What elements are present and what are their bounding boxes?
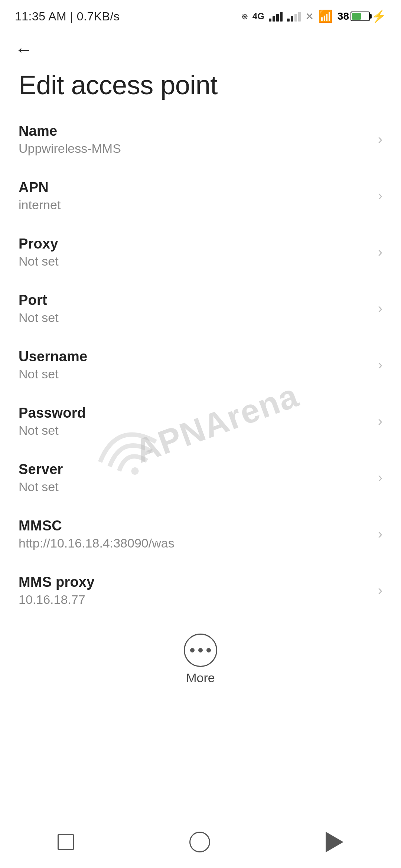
settings-item-name[interactable]: Name Uppwireless-MMS › xyxy=(0,111,401,168)
dot-3 xyxy=(206,648,211,652)
settings-item-server-label: Server xyxy=(19,461,371,477)
chevron-icon: › xyxy=(378,470,382,486)
nav-back-icon xyxy=(326,832,343,852)
settings-item-server-value: Not set xyxy=(19,480,371,494)
settings-item-mms-proxy[interactable]: MMS proxy 10.16.18.77 › xyxy=(0,562,401,619)
chevron-icon: › xyxy=(378,244,382,260)
settings-item-port-label: Port xyxy=(19,292,371,308)
dot-2 xyxy=(198,648,203,652)
settings-item-server-content: Server Not set xyxy=(19,461,371,494)
charging-icon: ⚡ xyxy=(371,9,386,23)
more-label: More xyxy=(186,671,215,685)
nav-back-button[interactable] xyxy=(326,832,343,852)
page-title: Edit access point xyxy=(0,62,401,111)
settings-item-name-value: Uppwireless-MMS xyxy=(19,141,371,156)
settings-item-mms-proxy-content: MMS proxy 10.16.18.77 xyxy=(19,574,371,607)
chevron-icon: › xyxy=(378,526,382,542)
settings-item-mms-proxy-label: MMS proxy xyxy=(19,574,371,590)
more-dots xyxy=(190,648,211,652)
settings-item-proxy-value: Not set xyxy=(19,254,371,269)
settings-item-password[interactable]: Password Not set › xyxy=(0,393,401,450)
back-arrow-icon: ← xyxy=(15,41,33,59)
settings-item-apn[interactable]: APN internet › xyxy=(0,168,401,224)
settings-item-username-content: Username Not set xyxy=(19,349,371,381)
bar2 xyxy=(291,16,293,22)
bar1 xyxy=(269,19,271,22)
settings-item-username-value: Not set xyxy=(19,367,371,381)
settings-item-username[interactable]: Username Not set › xyxy=(0,337,401,393)
settings-item-proxy[interactable]: Proxy Not set › xyxy=(0,224,401,280)
battery-percent: 38 xyxy=(338,10,349,22)
settings-item-port[interactable]: Port Not set › xyxy=(0,280,401,337)
more-button[interactable]: More xyxy=(184,634,217,685)
settings-item-mms-proxy-value: 10.16.18.77 xyxy=(19,592,371,607)
settings-item-apn-value: internet xyxy=(19,198,371,212)
back-button[interactable]: ← xyxy=(15,41,33,59)
more-circle xyxy=(184,634,217,667)
battery-fill xyxy=(352,13,361,20)
settings-item-mmsc-content: MMSC http://10.16.18.4:38090/was xyxy=(19,518,371,550)
nav-recent-button[interactable] xyxy=(58,834,74,850)
settings-item-mmsc-value: http://10.16.18.4:38090/was xyxy=(19,536,371,550)
chevron-icon: › xyxy=(378,188,382,204)
settings-item-server[interactable]: Server Not set › xyxy=(0,450,401,506)
chevron-icon: › xyxy=(378,132,382,147)
settings-item-password-value: Not set xyxy=(19,423,371,438)
battery-indicator: 38 ⚡ xyxy=(338,9,386,23)
settings-item-port-value: Not set xyxy=(19,310,371,325)
chevron-icon: › xyxy=(378,583,382,598)
settings-item-mmsc[interactable]: MMSC http://10.16.18.4:38090/was › xyxy=(0,506,401,562)
wifi-icon: 📶 xyxy=(318,9,333,23)
settings-item-username-label: Username xyxy=(19,349,371,365)
status-bar: 11:35 AM | 0.7KB/s ⎈ 4G ✕ 📶 38 xyxy=(0,0,401,30)
settings-item-mmsc-label: MMSC xyxy=(19,518,371,534)
no-signal-icon: ✕ xyxy=(305,10,314,23)
settings-item-port-content: Port Not set xyxy=(19,292,371,325)
bar3 xyxy=(276,14,279,22)
signal-bars-1 xyxy=(269,11,283,22)
settings-item-password-label: Password xyxy=(19,405,371,421)
settings-item-name-label: Name xyxy=(19,123,371,139)
signal-bars-2 xyxy=(287,11,301,22)
battery-box xyxy=(351,11,370,21)
nav-home-icon xyxy=(189,832,210,852)
network-type-icon: 4G xyxy=(252,11,264,22)
settings-item-apn-label: APN xyxy=(19,180,371,195)
settings-item-proxy-content: Proxy Not set xyxy=(19,236,371,269)
bar1 xyxy=(287,19,290,22)
settings-item-proxy-label: Proxy xyxy=(19,236,371,252)
chevron-icon: › xyxy=(378,301,382,316)
settings-list: Name Uppwireless-MMS › APN internet › Pr… xyxy=(0,111,401,619)
nav-recent-icon xyxy=(58,834,74,850)
settings-item-name-content: Name Uppwireless-MMS xyxy=(19,123,371,156)
bar4 xyxy=(280,12,283,22)
bar2 xyxy=(273,16,275,22)
settings-item-password-content: Password Not set xyxy=(19,405,371,438)
nav-home-button[interactable] xyxy=(189,832,210,852)
back-area: ← xyxy=(0,30,401,62)
nav-bar xyxy=(0,823,401,868)
bar4 xyxy=(298,12,301,22)
bar3 xyxy=(294,14,297,22)
chevron-icon: › xyxy=(378,414,382,429)
status-time: 11:35 AM | 0.7KB/s xyxy=(15,10,120,23)
bluetooth-icon: ⎈ xyxy=(242,10,248,22)
chevron-icon: › xyxy=(378,357,382,373)
dot-1 xyxy=(190,648,195,652)
status-icons: ⎈ 4G ✕ 📶 38 ⚡ xyxy=(242,9,386,23)
more-section: More xyxy=(0,622,401,696)
settings-item-apn-content: APN internet xyxy=(19,180,371,212)
